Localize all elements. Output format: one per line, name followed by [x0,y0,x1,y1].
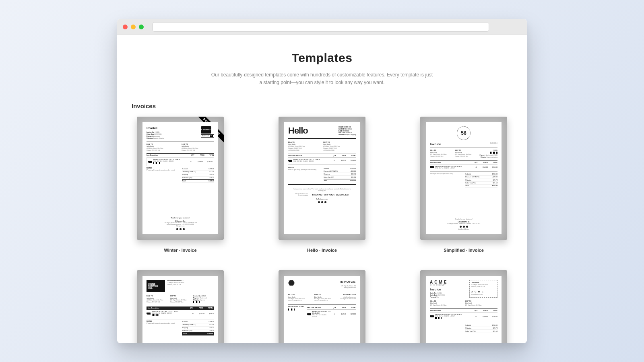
label-grand: Total [183,333,187,335]
col-desc: Item Description [430,310,473,311]
line-price: $149.00 [479,316,488,317]
barcode-icon [153,162,161,164]
label-discount: DISCOUNT [339,132,346,134]
label-tax: Sales Tax (7%) [324,177,334,178]
template-thumb-acme: ACME SHOE COMPANY Invoice Order No. #123… [420,270,507,343]
value-discount: LOYALTY [346,132,352,134]
invoice-heading: Invoice [430,142,441,146]
bill-addr1b: 425 Elgin Street, 8th Floor [430,304,462,306]
val-grand: $329.00 [492,185,497,187]
template-caption: Hello · Invoice [307,248,337,253]
line-total: $298.00 [204,313,214,315]
brand-stamp: ACME [471,290,495,294]
label-payment: Payment [430,296,436,298]
line-sub: SKU: 05 / 14 · BLACK · 40EUR [435,167,473,169]
label-date: Order Date [430,294,438,296]
invoice-heading: Invoice [430,288,448,291]
co-site: acmeshoeco.com [471,294,495,296]
maximize-window-button[interactable] [139,25,144,29]
col-desc: ITEM DESCRIPTION [307,307,332,309]
page-viewport: Templates Our beautifully-designed templ… [117,35,527,343]
template-card-simplified[interactable]: 56 Invoice 05/07/2019 BILL TO John Smith… [415,117,512,253]
col-price: PRICE [337,155,346,156]
instagram-icon [321,201,323,203]
product-icon [307,313,311,315]
label-payment: Payment [479,154,485,156]
label-invoice-no: INVOICE NO. [339,128,347,130]
address-bar[interactable] [153,22,489,32]
col-price: PRICE [337,307,346,309]
line-total: $298.00 [346,160,356,161]
brand-logo [288,280,295,286]
line-price: $149.00 [194,161,203,162]
label-subtotal: Subtotal [182,168,188,170]
label-ship: Shipping [182,327,188,329]
ship-addr2: Ottawa, ON K2P 1L4 [170,301,191,303]
template-card-house[interactable]: HOUSE NORWICH HILL House Norwich Hill LL… [132,270,229,343]
val-discount: -$20.00 [209,171,214,173]
line-price: $149.00 [337,160,346,161]
facebook-icon [176,228,178,230]
brand-l3: HILL [148,287,163,289]
template-card-hex[interactable]: INVOICE 129 Elgin St, Ottawa ON hello@rg… [273,270,371,343]
label-invoice-no: Invoice No. [193,295,201,297]
col-qty: QTY [473,162,479,163]
page-content: Templates Our beautifully-designed templ… [117,35,527,343]
col-total: TOTAL [204,154,214,156]
line-qty: ×2 [190,313,196,315]
ship-addr2: Ottawa, ON K2P 1L4 [182,150,214,152]
line-name: HAVEN BLACK/BLUE9 - 05 / 14 - BLACK [312,311,332,314]
label-date: DATE [339,130,342,132]
value-invoice-no: #12345 [201,295,206,297]
value-shipping: Express shipping [345,134,356,136]
totals: Subtotal$298.00 Shipping$29.74 Sales Tax… [465,324,497,333]
line-price: $149.00 [196,313,204,315]
close-window-button[interactable] [123,25,128,29]
product-icon [148,161,152,163]
brand-name: 56 [461,130,466,136]
brand-logo: 8 DEGREES [201,126,211,134]
val-tax: $21.54 [209,330,214,331]
col-price: PRICE [196,154,204,156]
invoice-date: 05/07/2019 [490,142,497,146]
col-qty: QTY [332,155,337,156]
template-card-hello[interactable]: Hello HELLO SHOES CO. INVOICE NO. #12345… [273,117,371,253]
template-card-acme[interactable]: ACME SHOE COMPANY Invoice Order No. #123… [415,270,512,343]
barcode-icon [490,152,497,154]
value-payment: Mastercard [200,297,207,299]
col-price: PRICE [194,307,203,309]
note-text: Please gift wrap (example order note) [147,322,180,324]
value-order-date: 05/07/2019 [155,134,162,135]
label-subtotal: Subtotal [465,325,471,326]
invoice-heading: Invoice [147,126,164,130]
template-thumb-winter: BESTSELLER Invoice Invoice No. #12345 Or… [137,117,224,240]
invoice-heading: INVOICE [340,280,356,284]
label-invoice-no: INVOICE NO. [288,306,299,308]
product-icon [430,315,434,317]
product-icon [147,313,151,315]
page-subtitle: Our beautifully-designed templates come … [209,71,435,86]
template-thumb-house: HOUSE NORWICH HILL House Norwich Hill LL… [137,270,224,343]
col-qty: QTY [473,310,479,311]
val-discount: -$20.00 [351,171,356,172]
value-payment: Mastercard (2345) [486,154,497,156]
line-qty: ×2 [188,161,194,162]
template-caption: Simplified · Invoice [444,248,484,253]
co-site: 8degrees.co [147,225,214,227]
label-tax: Sales Tax (7%) [465,182,475,184]
value-payment: Visa [436,296,439,298]
col-desc: ITEM DESCRIPTION [288,155,332,156]
product-icon [430,166,434,168]
label-grand: Total [182,180,186,182]
facebook-icon [318,201,320,203]
thanks: Thanks for your business! [147,217,214,219]
minimize-window-button[interactable] [131,25,136,29]
footer-note: Having an issue and need help? Feel free… [292,188,352,191]
label-grand: Total [465,185,469,187]
line-total: $298.00 [346,313,356,315]
val-grand: $329.00 [207,333,213,335]
template-card-winter[interactable]: BESTSELLER Invoice Invoice No. #12345 Or… [132,117,229,253]
window-titlebar [117,19,527,35]
totals: Subtotal$298.00 Discount (LOYALTY)-$20.0… [324,167,356,182]
value-shipping: Express shipping [153,138,164,139]
